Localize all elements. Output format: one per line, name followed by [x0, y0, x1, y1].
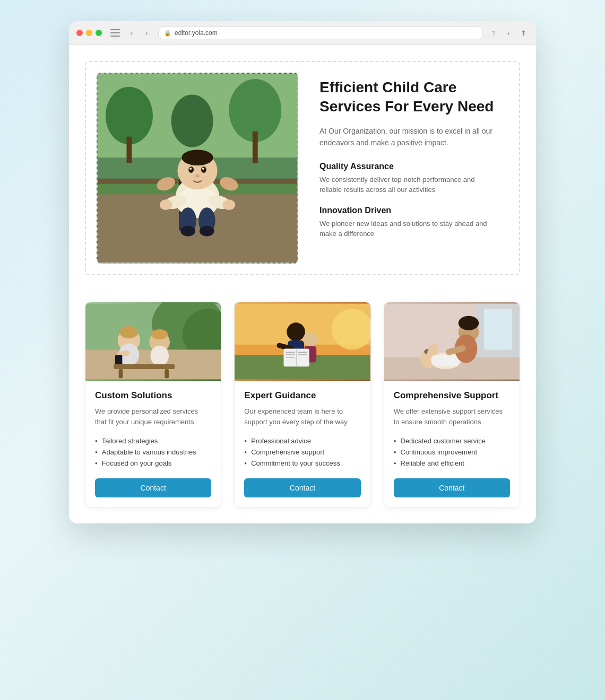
url-text: editor.yola.com [175, 29, 218, 37]
sidebar-toggle-icon[interactable] [110, 29, 120, 37]
card-1-title: Custom Solutions [95, 390, 211, 401]
add-tab-icon[interactable]: + [503, 28, 514, 38]
forward-button[interactable]: › [140, 27, 153, 39]
feature-innovation: Innovation Driven We pioneer new ideas a… [319, 206, 508, 239]
browser-chrome: ‹ › 🔒 editor.yola.com ? + ⬆ [69, 21, 536, 45]
browser-window: ‹ › 🔒 editor.yola.com ? + ⬆ [69, 21, 536, 523]
list-item: Continuous improvement [394, 447, 510, 458]
svg-rect-45 [165, 369, 169, 378]
maximize-button[interactable] [96, 30, 102, 36]
svg-point-20 [189, 168, 192, 170]
svg-point-18 [188, 167, 194, 173]
card-2-contact-button[interactable]: Contact [244, 478, 360, 497]
card-2-body: Expert Guidance Our experienced team is … [235, 381, 370, 507]
card-1-list: Tailored strategies Adaptable to various… [95, 435, 211, 469]
svg-rect-39 [115, 355, 122, 365]
card-1-body: Custom Solutions We provide personalized… [85, 381, 221, 507]
address-bar[interactable]: 🔒 editor.yola.com [158, 27, 483, 39]
card-3-image [384, 302, 520, 381]
share-icon[interactable]: ⬆ [518, 28, 529, 38]
feature-quality-desc: We consistently deliver top-notch perfor… [319, 174, 489, 195]
browser-nav: ‹ › [125, 27, 153, 39]
list-item: Professional advice [244, 435, 360, 447]
card-3-list: Dedicated customer service Continuous im… [394, 435, 510, 469]
close-button[interactable] [76, 30, 83, 36]
card-1-image [85, 302, 221, 381]
hero-section: Efficient Child Care Services For Every … [85, 61, 520, 275]
svg-point-41 [151, 329, 168, 339]
card-custom-solutions: Custom Solutions We provide personalized… [85, 302, 221, 508]
list-item: Adaptable to various industries [95, 447, 211, 458]
svg-point-26 [222, 199, 235, 210]
list-item: Reliable and efficient [394, 458, 510, 469]
feature-quality-title: Quality Assurance [319, 162, 508, 171]
browser-actions: ? + ⬆ [488, 28, 529, 38]
svg-point-21 [202, 168, 204, 170]
card-2-list: Professional advice Comprehensive suppor… [244, 435, 360, 469]
feature-innovation-desc: We pioneer new ideas and solutions to st… [319, 218, 489, 239]
svg-point-50 [287, 322, 306, 341]
svg-point-3 [106, 87, 153, 145]
cards-section: Custom Solutions We provide personalized… [85, 302, 520, 508]
hero-subtitle: At Our Organization, our mission is to e… [319, 125, 508, 149]
svg-point-17 [182, 150, 213, 165]
card-2-image [235, 302, 370, 381]
svg-point-29 [180, 226, 195, 237]
list-item: Commitment to your success [244, 458, 360, 469]
svg-rect-69 [431, 355, 459, 366]
lock-icon: 🔒 [164, 30, 171, 37]
svg-rect-43 [114, 364, 175, 369]
svg-point-19 [201, 167, 206, 173]
svg-point-22 [195, 174, 200, 178]
svg-point-53 [303, 332, 317, 347]
card-2-title: Expert Guidance [244, 390, 360, 401]
minimize-button[interactable] [86, 30, 92, 36]
list-item: Tailored strategies [95, 435, 211, 447]
svg-point-30 [200, 226, 214, 237]
card-3-title: Comprehensive Support [394, 390, 510, 401]
card-comprehensive-support: Comprehensive Support We offer extensive… [384, 302, 520, 508]
hero-title: Efficient Child Care Services For Every … [319, 78, 508, 117]
feature-innovation-title: Innovation Driven [319, 206, 508, 215]
card-1-contact-button[interactable]: Contact [95, 478, 211, 497]
card-3-desc: We offer extensive support services to e… [394, 406, 510, 427]
list-item: Dedicated customer service [394, 435, 510, 447]
back-button[interactable]: ‹ [125, 27, 138, 39]
svg-point-25 [160, 199, 172, 210]
list-item: Comprehensive support [244, 447, 360, 458]
card-expert-guidance: Expert Guidance Our experienced team is … [234, 302, 370, 508]
svg-rect-4 [127, 137, 132, 163]
list-item: Focused on your goals [95, 458, 211, 469]
card-3-contact-button[interactable]: Contact [394, 478, 510, 497]
svg-point-7 [171, 95, 213, 147]
card-3-body: Comprehensive Support We offer extensive… [384, 381, 520, 507]
help-icon[interactable]: ? [488, 28, 499, 38]
svg-rect-6 [253, 132, 258, 163]
svg-point-36 [120, 326, 139, 338]
svg-point-42 [150, 346, 169, 366]
hero-image-container [97, 73, 298, 264]
feature-quality: Quality Assurance We consistently delive… [319, 162, 508, 195]
card-1-desc: We provide personalized services that fi… [95, 406, 211, 427]
hero-image [98, 74, 297, 262]
traffic-lights [76, 30, 102, 36]
svg-rect-64 [484, 309, 512, 349]
card-2-desc: Our experienced team is here to support … [244, 406, 360, 427]
svg-point-73 [458, 316, 479, 330]
page-content: Efficient Child Care Services For Every … [69, 45, 536, 523]
svg-rect-44 [119, 369, 123, 378]
hero-text: Efficient Child Care Services For Every … [319, 73, 508, 250]
